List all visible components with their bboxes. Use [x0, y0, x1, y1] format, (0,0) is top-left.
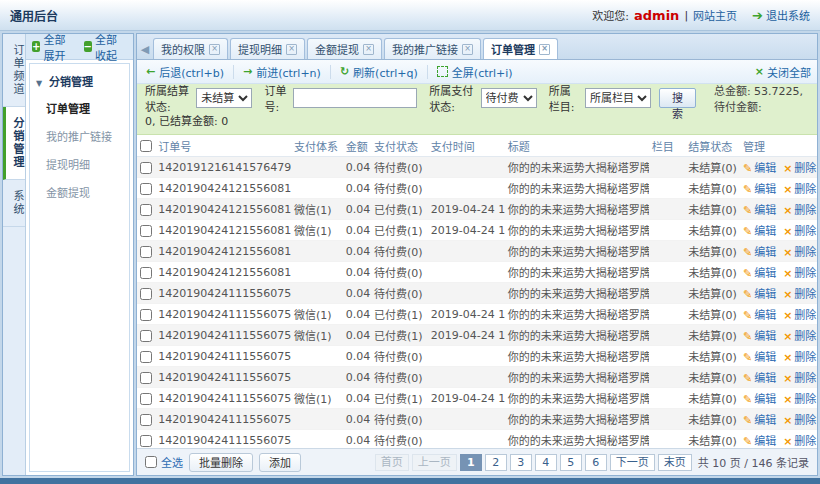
delete-link[interactable]: ×删除 — [783, 288, 816, 301]
sidebar-vertical-tab-订单频道[interactable]: 订单频道 — [3, 34, 25, 107]
edit-link[interactable]: ✎编辑 — [743, 414, 776, 427]
add-button[interactable]: 添加 — [259, 453, 301, 472]
tab-scroll-left-button[interactable]: ◀ — [139, 41, 151, 59]
sidebar-item-我的推广链接[interactable]: 我的推广链接 — [30, 122, 129, 150]
edit-link[interactable]: ✎编辑 — [743, 246, 776, 259]
page-button-1[interactable]: 1 — [460, 454, 482, 471]
pay-status-select[interactable]: 待付费 — [481, 88, 537, 108]
fullscreen-button[interactable]: 全屏(ctrl+i) — [428, 65, 522, 79]
cell-checkbox — [137, 178, 155, 199]
row-checkbox[interactable] — [140, 309, 152, 321]
tab-close-icon[interactable]: × — [539, 44, 550, 55]
edit-link[interactable]: ✎编辑 — [743, 204, 776, 217]
row-checkbox[interactable] — [140, 414, 152, 426]
sidebar-item-金额提现[interactable]: 金额提现 — [30, 178, 129, 206]
tab-close-icon[interactable]: × — [462, 44, 473, 55]
delete-link[interactable]: ×删除 — [783, 267, 816, 280]
cell-pay-time — [428, 430, 505, 449]
edit-link[interactable]: ✎编辑 — [743, 372, 776, 385]
delete-link[interactable]: ×删除 — [783, 246, 816, 259]
row-checkbox[interactable] — [140, 288, 152, 300]
row-checkbox[interactable] — [140, 183, 152, 195]
order-no-input[interactable] — [293, 88, 417, 108]
category-select[interactable]: 所属栏目 — [585, 88, 651, 108]
batch-delete-button[interactable]: 批量删除 — [189, 453, 253, 472]
table-row: 1420190424111556075435470微信(1)0.04已付费(1)… — [137, 388, 817, 409]
page-button-3[interactable]: 3 — [510, 454, 532, 471]
delete-link[interactable]: ×删除 — [783, 414, 816, 427]
delete-link[interactable]: ×删除 — [783, 309, 816, 322]
cell-pay-status: 待付费(0) — [371, 157, 428, 178]
edit-link[interactable]: ✎编辑 — [743, 393, 776, 406]
tab-close-icon[interactable]: × — [363, 44, 374, 55]
page-button-末页[interactable]: 末页 — [658, 454, 692, 471]
edit-link[interactable]: ✎编辑 — [743, 288, 776, 301]
delete-link[interactable]: ×删除 — [783, 225, 816, 238]
settle-status-select[interactable]: 未结算 — [196, 88, 252, 108]
cell-pay-status: 待付费(0) — [371, 430, 428, 449]
select-all-checkbox[interactable] — [140, 140, 152, 152]
page-button-5[interactable]: 5 — [560, 454, 582, 471]
cell-checkbox — [137, 367, 155, 388]
edit-link[interactable]: ✎编辑 — [743, 162, 776, 175]
back-button[interactable]: ← 后退(ctrl+b) — [143, 65, 234, 79]
collapse-all-button[interactable]: − 全部收起 — [84, 31, 128, 63]
row-checkbox[interactable] — [140, 351, 152, 363]
edit-link[interactable]: ✎编辑 — [743, 183, 776, 196]
delete-link[interactable]: ×删除 — [783, 162, 816, 175]
row-checkbox[interactable] — [140, 435, 152, 447]
row-checkbox[interactable] — [140, 246, 152, 258]
page-button-2[interactable]: 2 — [485, 454, 507, 471]
refresh-button[interactable]: ↻ 刷新(ctrl+q) — [331, 65, 428, 79]
search-button[interactable]: 搜索 — [659, 88, 696, 108]
delete-link[interactable]: ×删除 — [783, 351, 816, 364]
page-button-6[interactable]: 6 — [585, 454, 607, 471]
edit-link[interactable]: ✎编辑 — [743, 267, 776, 280]
tab-我的权限[interactable]: 我的权限× — [153, 38, 228, 59]
delete-link[interactable]: ×删除 — [783, 393, 816, 406]
close-all-button[interactable]: × 关闭全部 — [755, 64, 811, 80]
cell-settle-status: 未结算(0) — [685, 220, 740, 241]
row-checkbox[interactable] — [140, 162, 152, 174]
edit-link[interactable]: ✎编辑 — [743, 225, 776, 238]
edit-link[interactable]: ✎编辑 — [743, 309, 776, 322]
tree-items: 订单管理我的推广链接提现明细金额提现 — [30, 94, 129, 206]
row-checkbox[interactable] — [140, 225, 152, 237]
expand-all-button[interactable]: + 全部展开 — [32, 31, 76, 63]
sidebar-item-订单管理[interactable]: 订单管理 — [30, 94, 129, 122]
tree-group-distribution[interactable]: ▼ 分销管理 — [30, 68, 129, 94]
logout-link[interactable]: ➔ 退出系统 — [752, 7, 810, 23]
edit-link[interactable]: ✎编辑 — [743, 351, 776, 364]
table-row: 1420191216141576479536740.04待付费(0)你的的未来运… — [137, 157, 817, 178]
delete-link[interactable]: ×删除 — [783, 435, 816, 448]
row-checkbox[interactable] — [140, 330, 152, 342]
row-checkbox[interactable] — [140, 267, 152, 279]
home-link[interactable]: 网站主页 — [693, 7, 737, 23]
tab-label: 订单管理 — [491, 41, 535, 57]
delete-link[interactable]: ×删除 — [783, 330, 816, 343]
tab-我的推广链接[interactable]: 我的推广链接× — [384, 38, 481, 59]
delete-link[interactable]: ×删除 — [783, 204, 816, 217]
sidebar-vertical-tab-分销管理[interactable]: 分销管理 — [3, 107, 25, 180]
forward-button[interactable]: → 前进(ctrl+n) — [234, 65, 331, 79]
tab-金额提现[interactable]: 金额提现× — [307, 38, 382, 59]
edit-link[interactable]: ✎编辑 — [743, 330, 776, 343]
cell-pay-status: 待付费(0) — [371, 241, 428, 262]
cell-pay-time — [428, 409, 505, 430]
tab-订单管理[interactable]: 订单管理× — [483, 38, 558, 59]
tab-close-icon[interactable]: × — [209, 44, 220, 55]
row-checkbox[interactable] — [140, 393, 152, 405]
delete-link[interactable]: ×删除 — [783, 372, 816, 385]
delete-link[interactable]: ×删除 — [783, 183, 816, 196]
row-checkbox[interactable] — [140, 204, 152, 216]
page-button-下一页[interactable]: 下一页 — [610, 454, 655, 471]
page-button-4[interactable]: 4 — [535, 454, 557, 471]
tab-close-icon[interactable]: × — [286, 44, 297, 55]
edit-link[interactable]: ✎编辑 — [743, 435, 776, 448]
row-checkbox[interactable] — [140, 372, 152, 384]
footer-select-all-checkbox[interactable] — [145, 456, 157, 468]
edit-label: 编辑 — [754, 204, 776, 217]
sidebar-item-提现明细[interactable]: 提现明细 — [30, 150, 129, 178]
sidebar-vertical-tab-系统[interactable]: 系统 — [3, 180, 25, 227]
tab-提现明细[interactable]: 提现明细× — [230, 38, 305, 59]
